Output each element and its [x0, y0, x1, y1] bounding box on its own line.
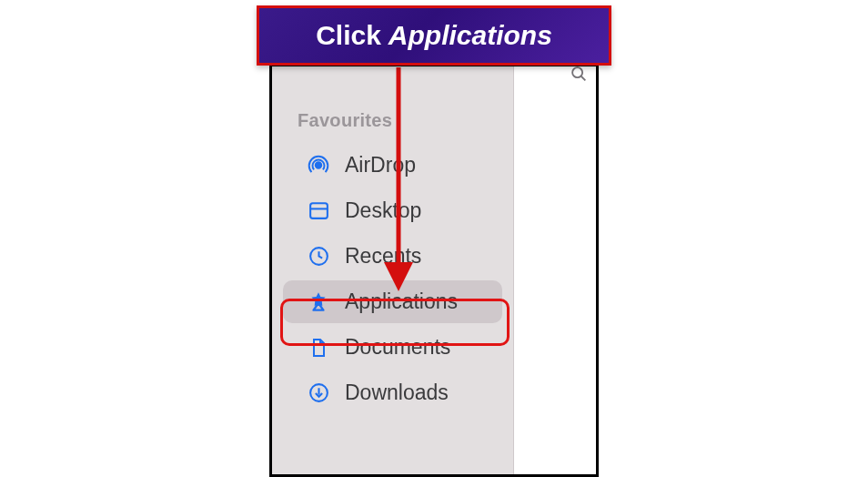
sidebar-item-downloads[interactable]: Downloads	[283, 371, 502, 414]
callout-target: Applications	[389, 20, 552, 51]
downloads-icon	[307, 381, 330, 405]
sidebar-item-airdrop[interactable]: AirDrop	[283, 144, 502, 187]
finder-content-area	[514, 66, 596, 474]
svg-line-8	[581, 76, 586, 81]
sidebar-section-title: Favourites	[272, 110, 513, 131]
finder-sidebar: Favourites AirDrop	[272, 66, 514, 474]
sidebar-item-label: Desktop	[345, 198, 421, 223]
sidebar-item-label: AirDrop	[345, 153, 416, 178]
recents-icon	[307, 245, 330, 269]
sidebar-item-recents[interactable]: Recents	[283, 235, 502, 278]
finder-window: Favourites AirDrop	[269, 64, 599, 477]
instruction-callout: Click Applications	[257, 5, 611, 66]
svg-point-7	[572, 67, 582, 77]
sidebar-item-desktop[interactable]: Desktop	[283, 189, 502, 232]
sidebar-item-label: Documents	[345, 335, 450, 360]
sidebar-item-label: Applications	[345, 289, 458, 314]
sidebar-item-applications[interactable]: Applications	[283, 280, 502, 323]
svg-point-2	[316, 162, 322, 168]
callout-prefix: Click	[316, 20, 381, 51]
airdrop-icon	[307, 154, 330, 178]
sidebar-item-label: Downloads	[345, 381, 449, 405]
sidebar-item-label: Recents	[345, 244, 421, 269]
documents-icon	[307, 336, 330, 360]
search-icon[interactable]	[569, 64, 589, 87]
desktop-icon	[307, 199, 330, 223]
applications-icon	[307, 290, 330, 314]
svg-rect-3	[310, 203, 328, 218]
sidebar-list: AirDrop Desktop Recent	[272, 144, 513, 414]
sidebar-item-documents[interactable]: Documents	[283, 326, 502, 369]
